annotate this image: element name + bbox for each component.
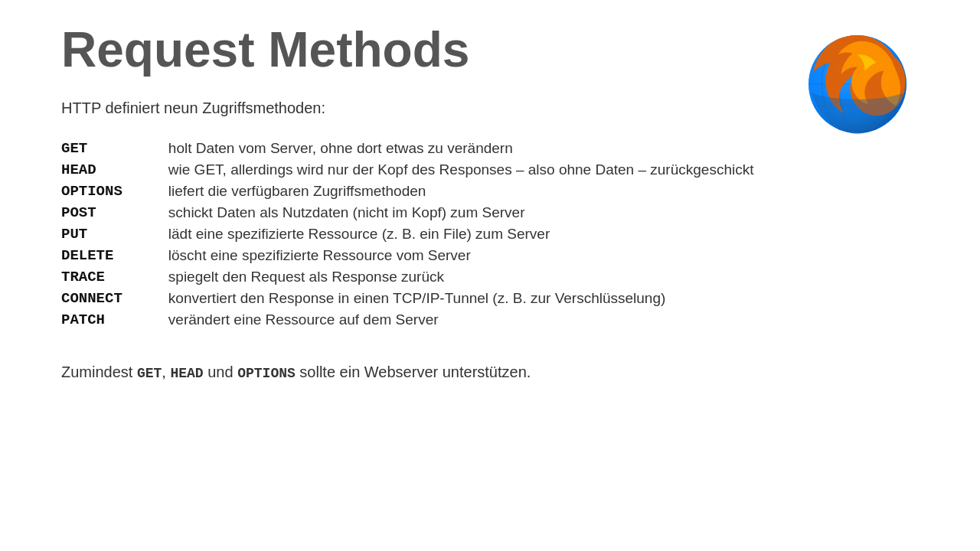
firefox-logo [796,23,919,145]
table-row: PUTlädt eine spezifizierte Ressource (z.… [61,226,753,247]
table-row: CONNECTkonvertiert den Response in einen… [61,290,753,311]
table-row: POSTschickt Daten als Nutzdaten (nicht i… [61,204,753,226]
table-row: DELETElöscht eine spezifizierte Ressourc… [61,247,753,269]
footer-text: Zumindest GET, HEAD und OPTIONS sollte e… [61,364,919,381]
method-description: spiegelt den Request als Response zurück [168,269,754,290]
method-description: holt Daten vom Server, ohne dort etwas z… [168,140,754,161]
footer-options: OPTIONS [237,366,296,381]
footer-und: und [204,364,237,380]
table-row: PATCHverändert eine Ressource auf dem Se… [61,311,753,333]
method-description: konvertiert den Response in einen TCP/IP… [168,290,754,311]
method-name: OPTIONS [61,183,168,204]
method-name: POST [61,204,168,226]
page-container: Request Methods [0,0,980,404]
method-description: schickt Daten als Nutzdaten (nicht im Ko… [168,204,754,226]
method-description: verändert eine Ressource auf dem Server [168,311,754,333]
method-description: lädt eine spezifizierte Ressource (z. B.… [168,226,754,247]
footer-get: GET [137,366,162,381]
table-row: HEADwie GET, allerdings wird nur der Kop… [61,161,753,183]
footer-comma1: , [162,364,170,380]
method-name: TRACE [61,269,168,290]
method-name: HEAD [61,161,168,183]
method-name: DELETE [61,247,168,269]
method-name: GET [61,140,168,161]
method-name: CONNECT [61,290,168,311]
footer-end: sollte ein Webserver unterstützen. [296,364,531,380]
footer-head: HEAD [170,366,203,381]
method-description: löscht eine spezifizierte Ressource vom … [168,247,754,269]
intro-text: HTTP definiert neun Zugriffsmethoden: [61,99,919,117]
table-row: GETholt Daten vom Server, ohne dort etwa… [61,140,753,161]
table-row: OPTIONSliefert die verfügbaren Zugriffsm… [61,183,753,204]
footer-prefix: Zumindest [61,364,137,380]
method-name: PUT [61,226,168,247]
methods-table: GETholt Daten vom Server, ohne dort etwa… [61,140,753,333]
method-name: PATCH [61,311,168,333]
page-title: Request Methods [61,23,919,77]
table-row: TRACEspiegelt den Request als Response z… [61,269,753,290]
method-description: wie GET, allerdings wird nur der Kopf de… [168,161,754,183]
method-description: liefert die verfügbaren Zugriffsmethoden [168,183,754,204]
